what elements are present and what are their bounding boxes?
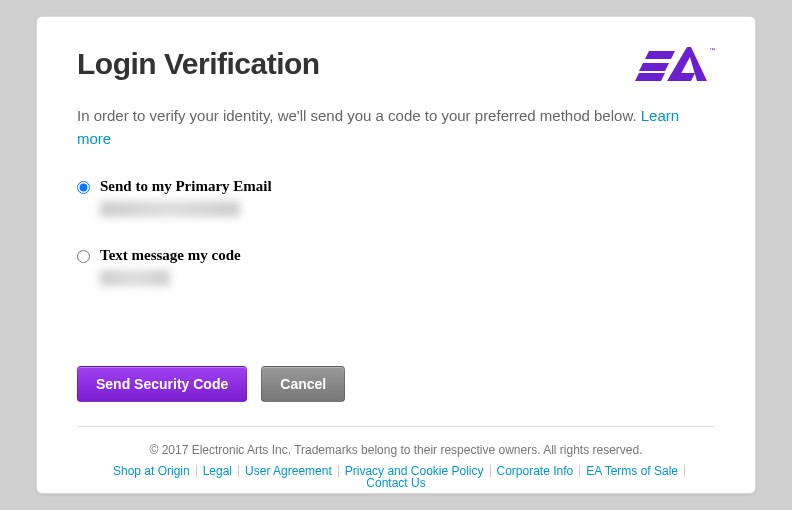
footer-link-user-agreement[interactable]: User Agreement xyxy=(239,465,339,477)
page-title: Login Verification xyxy=(77,47,320,81)
option-sms-label[interactable]: Text message my code xyxy=(100,247,241,264)
footer-link-contact[interactable]: Contact Us xyxy=(360,477,431,489)
footer-link-corporate[interactable]: Corporate Info xyxy=(491,465,581,477)
svg-marker-5 xyxy=(671,73,695,81)
option-sms-content: Text message my code xyxy=(100,247,241,286)
svg-marker-0 xyxy=(639,63,669,71)
description-span: In order to verify your identity, we'll … xyxy=(77,107,641,124)
footer: © 2017 Electronic Arts Inc. Trademarks b… xyxy=(77,443,715,489)
option-email-label[interactable]: Send to my Primary Email xyxy=(100,178,272,195)
footer-link-legal[interactable]: Legal xyxy=(197,465,239,477)
option-email-content: Send to my Primary Email xyxy=(100,178,272,217)
ea-logo: ™ xyxy=(635,43,715,87)
option-sms: Text message my code xyxy=(77,247,715,286)
radio-sms[interactable] xyxy=(77,250,90,263)
verification-card: Login Verification ™ In order to verify … xyxy=(36,16,756,494)
svg-marker-1 xyxy=(645,51,675,59)
redacted-phone xyxy=(100,270,170,286)
svg-text:™: ™ xyxy=(709,47,715,53)
footer-link-shop[interactable]: Shop at Origin xyxy=(107,465,197,477)
redacted-email xyxy=(100,201,240,217)
verification-options: Send to my Primary Email Text message my… xyxy=(77,178,715,316)
footer-divider xyxy=(77,426,715,427)
description-text: In order to verify your identity, we'll … xyxy=(77,105,715,150)
svg-marker-2 xyxy=(635,73,665,81)
cancel-button[interactable]: Cancel xyxy=(261,366,345,402)
footer-link-terms[interactable]: EA Terms of Sale xyxy=(580,465,685,477)
button-row: Send Security Code Cancel xyxy=(77,366,715,402)
header-row: Login Verification ™ xyxy=(77,47,715,87)
option-email: Send to my Primary Email xyxy=(77,178,715,217)
send-security-code-button[interactable]: Send Security Code xyxy=(77,366,247,402)
radio-email[interactable] xyxy=(77,181,90,194)
footer-links: Shop at Origin Legal User Agreement Priv… xyxy=(77,465,715,489)
copyright-text: © 2017 Electronic Arts Inc. Trademarks b… xyxy=(77,443,715,457)
